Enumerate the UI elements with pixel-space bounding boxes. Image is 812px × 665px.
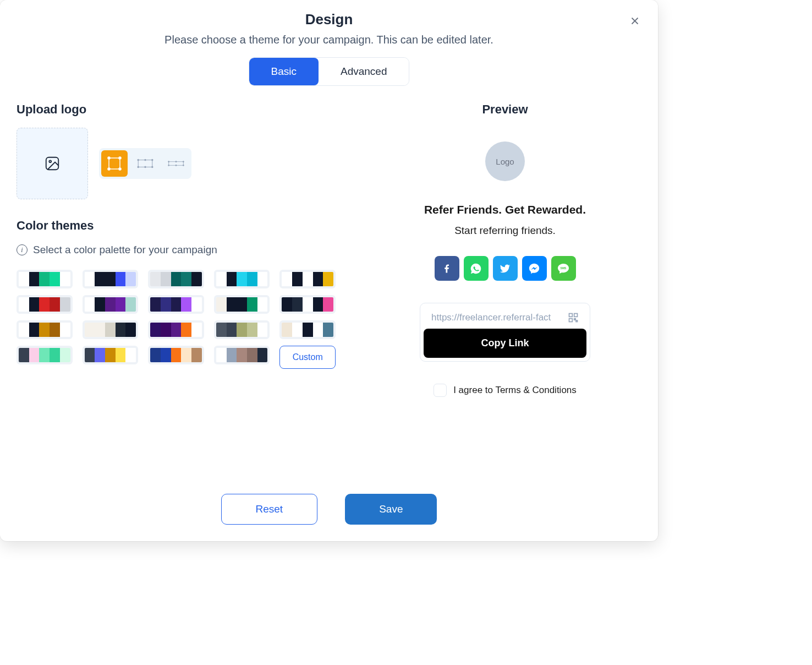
facebook-button[interactable] bbox=[435, 256, 459, 281]
palette-swatch bbox=[39, 323, 50, 337]
palette-swatch bbox=[171, 323, 182, 337]
tab-group: Basic Advanced bbox=[249, 57, 410, 86]
svg-point-7 bbox=[108, 168, 110, 170]
palette-14[interactable] bbox=[279, 320, 336, 339]
custom-palette-button[interactable]: Custom bbox=[279, 346, 336, 369]
palette-swatch bbox=[39, 272, 50, 286]
palette-swatch bbox=[116, 348, 126, 362]
palette-swatch bbox=[292, 323, 303, 337]
svg-rect-24 bbox=[569, 314, 573, 317]
palette-8[interactable] bbox=[214, 295, 270, 314]
palette-swatch bbox=[85, 272, 95, 286]
reset-button[interactable]: Reset bbox=[221, 494, 318, 525]
terms-checkbox[interactable] bbox=[434, 384, 447, 397]
palette-13[interactable] bbox=[214, 320, 270, 339]
palette-swatch bbox=[19, 272, 29, 286]
svg-point-12 bbox=[152, 159, 153, 161]
save-button[interactable]: Save bbox=[345, 494, 437, 525]
right-panel: Preview Logo Refer Friends. Get Rewarded… bbox=[369, 102, 641, 477]
upload-logo-box[interactable] bbox=[17, 128, 88, 199]
svg-point-6 bbox=[119, 157, 121, 159]
shape-option-wide[interactable] bbox=[163, 150, 189, 177]
square-shape-icon bbox=[106, 155, 123, 172]
palette-12[interactable] bbox=[148, 320, 204, 339]
palette-swatch bbox=[313, 297, 323, 312]
palette-swatch bbox=[161, 272, 171, 286]
palette-swatch bbox=[292, 272, 303, 286]
facebook-icon bbox=[441, 263, 452, 274]
qr-icon[interactable] bbox=[568, 312, 579, 323]
svg-rect-27 bbox=[574, 319, 576, 320]
twitter-icon bbox=[499, 263, 511, 275]
palette-6[interactable] bbox=[83, 295, 139, 314]
svg-point-13 bbox=[138, 166, 139, 168]
tab-advanced[interactable]: Advanced bbox=[319, 58, 409, 85]
sms-button[interactable]: SMS bbox=[551, 256, 576, 281]
palette-5[interactable] bbox=[17, 295, 73, 314]
twitter-button[interactable] bbox=[493, 256, 518, 281]
palette-4[interactable] bbox=[279, 270, 336, 288]
palette-swatch bbox=[227, 348, 237, 362]
palette-swatch bbox=[247, 297, 257, 312]
palette-swatch bbox=[105, 272, 116, 286]
palette-swatch bbox=[257, 348, 268, 362]
palette-swatch bbox=[50, 348, 60, 362]
palette-3[interactable] bbox=[214, 270, 270, 288]
palette-2[interactable] bbox=[148, 270, 204, 288]
modal-subtitle: Please choose a theme for your campaign.… bbox=[17, 34, 641, 46]
palette-swatch bbox=[19, 297, 29, 312]
shape-option-square[interactable] bbox=[101, 150, 128, 177]
palette-swatch bbox=[323, 323, 333, 337]
palette-9[interactable] bbox=[279, 295, 336, 314]
left-panel: Upload logo Color themes bbox=[17, 102, 347, 477]
palette-swatch bbox=[60, 348, 70, 362]
svg-point-11 bbox=[145, 159, 146, 161]
palette-16[interactable] bbox=[83, 346, 139, 364]
palette-swatch bbox=[181, 348, 191, 362]
sms-icon: SMS bbox=[557, 262, 570, 275]
upload-logo-title: Upload logo bbox=[17, 102, 347, 117]
close-button[interactable] bbox=[627, 13, 643, 29]
link-box: https://freelancer.referral-fact Copy Li… bbox=[420, 303, 590, 362]
palette-10[interactable] bbox=[17, 320, 73, 339]
palette-swatch bbox=[303, 297, 313, 312]
tab-basic[interactable]: Basic bbox=[249, 58, 319, 85]
palette-swatch bbox=[313, 272, 323, 286]
palette-15[interactable] bbox=[17, 346, 73, 364]
preview-title: Preview bbox=[482, 102, 528, 117]
palette-0[interactable] bbox=[17, 270, 73, 288]
medium-rect-icon bbox=[136, 155, 154, 172]
palette-swatch bbox=[247, 272, 257, 286]
palette-swatch bbox=[227, 323, 237, 337]
info-icon: i bbox=[17, 244, 28, 255]
palette-swatch bbox=[161, 323, 171, 337]
palette-swatch bbox=[282, 323, 292, 337]
close-icon bbox=[629, 15, 641, 27]
palette-swatch bbox=[95, 297, 105, 312]
referral-link-input[interactable]: https://freelancer.referral-fact bbox=[431, 312, 562, 323]
palette-swatch bbox=[191, 348, 202, 362]
palette-swatch bbox=[216, 297, 227, 312]
svg-point-20 bbox=[168, 165, 169, 166]
whatsapp-button[interactable] bbox=[464, 256, 489, 281]
palette-swatch bbox=[181, 297, 191, 312]
palette-7[interactable] bbox=[148, 295, 204, 314]
palette-swatch bbox=[60, 272, 70, 286]
palette-11[interactable] bbox=[83, 320, 139, 339]
palette-17[interactable] bbox=[148, 346, 204, 364]
palette-swatch bbox=[171, 348, 182, 362]
shape-option-medium[interactable] bbox=[132, 150, 158, 177]
preview-heading: Refer Friends. Get Rewarded. bbox=[424, 203, 586, 216]
palette-swatch bbox=[105, 323, 116, 337]
palette-1[interactable] bbox=[83, 270, 139, 288]
palette-swatch bbox=[247, 348, 257, 362]
messenger-button[interactable] bbox=[522, 256, 547, 281]
palette-swatch bbox=[85, 297, 95, 312]
palette-swatch bbox=[50, 272, 60, 286]
palette-swatch bbox=[191, 297, 202, 312]
palette-18[interactable] bbox=[214, 346, 270, 364]
copy-link-button[interactable]: Copy Link bbox=[424, 329, 586, 358]
palette-swatch bbox=[181, 272, 191, 286]
palette-swatch bbox=[323, 272, 333, 286]
modal-title: Design bbox=[17, 11, 641, 28]
